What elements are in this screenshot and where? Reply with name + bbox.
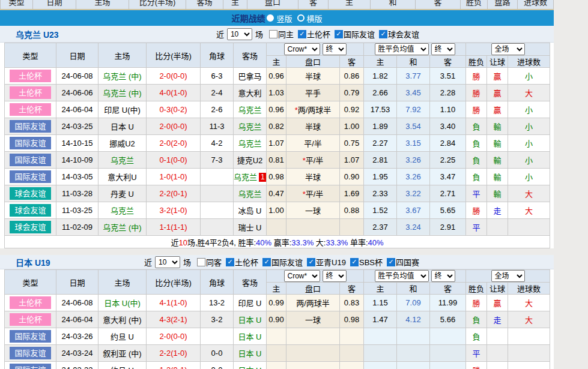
away-team-link[interactable]: 意大利 [238,89,261,98]
handicap-final-select[interactable]: 终 [323,43,347,55]
league-filter-label[interactable]: 四国赛 [396,256,419,268]
app: 类型日期主场比分(半场)客场主盘口客主和客胜负盘路进球数 近期战绩 竖版 横版 … [0,0,588,369]
win-lose-result: 平 [473,349,480,358]
away-team-link[interactable]: 乌克兰 [238,106,261,115]
handicap-cell: 半球 [286,68,340,85]
league-filter-label[interactable]: 土伦杯 [235,256,258,268]
league-filter-checkbox[interactable]: ✓ [298,30,306,38]
league-filter-label[interactable]: SBS杯 [359,256,383,268]
home-team-cell: 日本 U [99,118,147,135]
league-filter-checkbox[interactable]: ✓ [262,258,271,266]
europe-final-select[interactable]: 终 [431,270,455,282]
home-team-link[interactable]: 丹麦 U [111,190,134,199]
europe-final-select[interactable]: 终 [431,43,455,55]
league-filter-checkbox[interactable]: ✓ [387,258,395,266]
home-team-link[interactable]: 乌克兰 [111,156,134,165]
away-team-link[interactable]: 瑞士 U [238,223,261,232]
column-header: 主 [267,56,286,68]
home-team-cell: 乌克兰 [99,152,147,169]
match-count-select[interactable]: 10 [227,28,252,40]
home-team-link[interactable]: 叙利亚 (中) [103,349,141,358]
away-team-link[interactable]: 捷克U2 [237,156,263,165]
goals-result: 小 [525,156,533,165]
score-cell: 1-1(1-1) [147,219,201,236]
away-team-link[interactable]: 巴拿马 [238,72,261,81]
league-filter-label[interactable]: 国际友谊 [344,28,375,40]
away-team-link[interactable]: 冰岛 U [238,206,261,215]
league-tag: 国际友谊 [10,364,51,369]
scope-select[interactable]: 全场 [491,43,525,55]
league-filter-label[interactable]: 亚青U19 [316,256,346,268]
europe-draw-odds: 3.15 [397,135,430,152]
layout-radio-horizontal-label[interactable]: 横版 [307,13,323,24]
scope-select[interactable]: 全场 [491,270,525,282]
home-team-cell: 乌克兰 (中) [99,219,147,236]
home-team-link[interactable]: 挪威U2 [109,139,135,148]
bookmaker-select[interactable]: Crow* [284,43,320,55]
europe-home-odds: 1.47 [364,311,397,328]
europe-away-odds: 2.84 [430,135,466,152]
league-cell: 土伦杯 [5,68,56,85]
home-handicap-odds: 0.98 [267,169,286,185]
league-filter-checkbox[interactable]: ✓ [350,258,359,266]
home-team-link[interactable]: 乌克兰 (中) [103,223,141,232]
date-cell: 24-03-25 [56,118,99,135]
home-team-link[interactable]: 约旦 U [111,332,134,341]
odds-type-select[interactable]: 胜平负均值 [375,270,429,282]
away-team-link[interactable]: 印尼 U [238,299,261,308]
league-filter-label[interactable]: 土伦杯 [307,28,330,40]
goals-result: 小 [525,173,533,182]
away-team-link[interactable]: 日本 U [238,316,261,325]
home-team-link[interactable]: 乌克兰 (中) [103,72,141,81]
half-score: (1-1) [171,223,187,232]
league-filter-checkbox[interactable]: ✓ [379,30,387,38]
home-team-link[interactable]: 日本 U(中) [104,299,141,308]
league-filter-checkbox[interactable]: ✓ [307,258,315,266]
home-team-link[interactable]: 乌克兰 (中) [103,89,141,98]
date-cell: 24-06-06 [56,85,99,101]
away-team-link[interactable]: 日本 U [238,332,261,341]
section-header: 日本 U19近10场同客✓土伦杯✓国际友谊✓亚青U19✓SBS杯✓四国赛 [0,255,554,269]
score-cell: 2-0(2-0) [147,135,201,152]
home-team-link[interactable]: 约旦 U [111,366,134,369]
away-team-link[interactable]: 乌克兰 [238,190,261,199]
same-venue-label[interactable]: 同客 [206,256,222,268]
league-filter-checkbox[interactable]: ✓ [335,30,343,38]
home-team-link[interactable]: 日本 U [111,122,134,131]
league-cell: 球会友谊 [5,185,56,202]
same-venue-label[interactable]: 同主 [278,28,294,40]
handicap-final-select[interactable]: 终 [323,270,347,282]
match-row: 国际友谊24-03-26约旦 U2-0(0-0)日本 U負 [5,328,550,345]
league-filter-checkbox[interactable]: ✓ [226,258,234,266]
league-filter-label[interactable]: 球会友谊 [388,28,419,40]
column-header: 盘口 [247,0,299,10]
handicap-result: 贏 [494,72,502,81]
home-handicap-odds: 0.82 [267,118,286,135]
away-team-link[interactable]: 日本 U [238,349,261,358]
away-team-cell: 瑞士 U [234,219,267,236]
home-team-link[interactable]: 印尼 U(中) [104,106,141,115]
away-team-link[interactable]: 乌克兰 [238,139,261,148]
win-lose-result-cell: 負 [466,135,487,152]
home-team-link[interactable]: 意大利 (中) [103,316,141,325]
layout-radio-vertical[interactable] [267,14,274,22]
away-team-link[interactable]: 乌克兰 [234,173,257,182]
home-team-link[interactable]: 意大利U [108,173,136,182]
away-team-link[interactable]: 日本 U [238,366,261,369]
half-score: (1-0) [171,88,187,97]
same-venue-checkbox[interactable] [197,258,205,266]
layout-radio-vertical-label[interactable]: 竖版 [276,13,292,24]
full-score: 1-1 [159,223,171,232]
same-venue-checkbox[interactable] [269,30,277,38]
away-team-link[interactable]: 乌克兰 [238,122,261,131]
layout-radio-horizontal[interactable] [297,14,305,22]
odds-type-select[interactable]: 胜平负均值 [375,43,429,55]
europe-draw-odds: 3.77 [397,68,430,85]
bookmaker-select[interactable]: Crow* [284,270,320,282]
league-filter-label[interactable]: 国际友谊 [271,256,303,268]
league-cell: 土伦杯 [5,101,56,118]
match-count-select[interactable]: 10 [155,256,180,268]
match-row: 国际友谊24-03-22约旦 U1-2(0-1)0-0日本 U勝 [5,362,550,369]
home-team-link[interactable]: 乌克兰 [111,206,134,215]
match-filters: 近10场同客✓土伦杯✓国际友谊✓亚青U19✓SBS杯✓四国赛 [142,256,419,268]
